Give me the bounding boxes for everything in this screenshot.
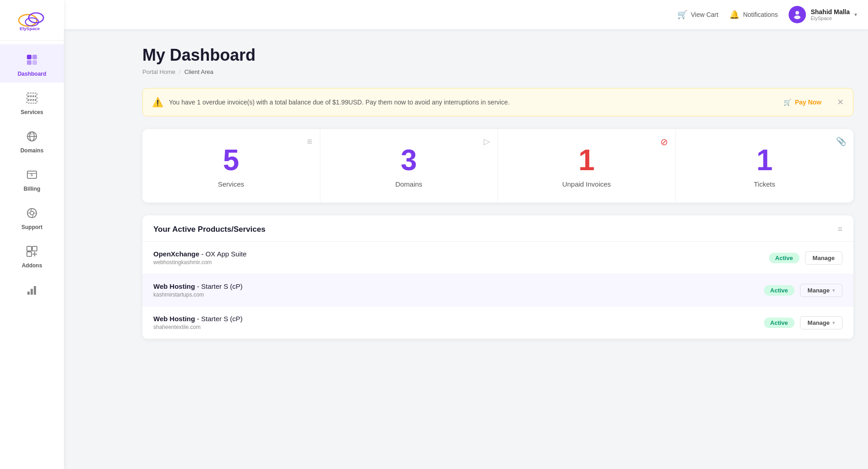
svg-point-33 — [794, 16, 800, 19]
product-actions-webhosting1: Active Manage ▾ — [764, 284, 842, 297]
product-domain-webhosting1: kashmirstartups.com — [153, 292, 243, 298]
product-name-webhosting1: Web Hosting - Starter S (cP) — [153, 282, 243, 290]
services-icon — [24, 90, 40, 106]
stat-card-domains[interactable]: ▷ 3 Domains — [320, 129, 498, 203]
stat-card-tickets[interactable]: 📎 1 Tickets — [676, 129, 854, 203]
user-info: Shahid Malla ElySpace — [810, 8, 850, 21]
stat-card-unpaid-invoices[interactable]: ⊘ 1 Unpaid Invoices — [498, 129, 676, 203]
product-domain-openxchange: webhostingkashmir.com — [153, 259, 246, 266]
product-name-openxchange: OpenXchange - OX App Suite — [153, 250, 246, 258]
svg-rect-25 — [32, 246, 37, 251]
svg-rect-29 — [27, 292, 30, 295]
tickets-label: Tickets — [754, 180, 775, 188]
sidebar-item-domains[interactable]: www Domains — [0, 121, 64, 159]
svg-rect-9 — [27, 97, 37, 99]
domains-label: Domains — [21, 147, 44, 154]
products-menu-icon[interactable]: ≡ — [837, 224, 842, 234]
manage-button-openxchange[interactable]: Manage — [805, 251, 842, 265]
services-label: Services — [218, 180, 244, 188]
services-count: 5 — [223, 146, 239, 175]
svg-point-32 — [795, 11, 799, 15]
dashboard-label: Dashboard — [18, 71, 47, 77]
addons-icon — [24, 243, 40, 260]
manage-chevron-icon: ▾ — [832, 320, 835, 325]
support-label: Support — [21, 224, 42, 230]
services-label: Services — [21, 109, 43, 115]
cart-icon: 🛒 — [677, 10, 687, 20]
breadcrumb: Portal Home / Client Area — [142, 68, 853, 75]
user-company: ElySpace — [810, 16, 850, 21]
alert-banner: ⚠️ You have 1 overdue invoice(s) with a … — [142, 88, 853, 116]
stat-card-services[interactable]: ≡ 5 Services — [142, 129, 320, 203]
pay-now-label: Pay Now — [795, 99, 821, 106]
svg-rect-6 — [27, 60, 31, 65]
svg-text:ElySpace: ElySpace — [20, 26, 40, 31]
status-badge-webhosting2: Active — [764, 318, 795, 328]
alert-warning-icon: ⚠️ — [152, 97, 163, 108]
bell-icon: 🔔 — [729, 10, 739, 20]
product-actions-openxchange: Active Manage — [769, 251, 842, 265]
svg-rect-10 — [27, 100, 37, 103]
sidebar-item-services[interactable]: Services — [0, 83, 64, 121]
product-row: Web Hosting - Starter S (cP) shaheentext… — [142, 307, 853, 339]
sidebar-logo: ElySpace — [0, 0, 64, 41]
services-stat-icon: ≡ — [307, 136, 313, 147]
sidebar-item-support[interactable]: Support — [0, 198, 64, 236]
status-badge-webhosting1: Active — [764, 285, 795, 296]
svg-rect-5 — [32, 55, 37, 59]
product-row: OpenXchange - OX App Suite webhostingkas… — [142, 242, 853, 274]
svg-rect-31 — [34, 286, 36, 295]
svg-text:www: www — [28, 132, 33, 135]
breadcrumb-separator: / — [179, 68, 181, 75]
invoices-label: Unpaid Invoices — [562, 180, 611, 188]
svg-rect-24 — [27, 246, 31, 251]
product-info-webhosting1: Web Hosting - Starter S (cP) kashmirstar… — [153, 282, 243, 298]
sidebar-item-addons[interactable]: Addons — [0, 236, 64, 274]
sidebar: ElySpace Dashboard Se — [0, 0, 64, 469]
domains-stat-icon: ▷ — [484, 136, 490, 146]
domains-count: 3 — [401, 146, 417, 175]
sidebar-item-billing[interactable]: $ Billing — [0, 159, 64, 198]
svg-rect-26 — [27, 252, 31, 256]
view-cart-label: View Cart — [691, 11, 718, 18]
products-section: Your Active Products/Services ≡ OpenXcha… — [142, 215, 853, 339]
dashboard-icon — [24, 52, 40, 68]
main-content: My Dashboard Portal Home / Client Area ⚠… — [128, 29, 868, 469]
tickets-count: 1 — [756, 146, 773, 175]
domains-label: Domains — [395, 180, 422, 188]
alert-close-button[interactable]: ✕ — [837, 97, 844, 107]
sidebar-item-reports[interactable] — [0, 274, 64, 303]
product-actions-webhosting2: Active Manage ▾ — [764, 316, 842, 329]
sidebar-item-dashboard[interactable]: Dashboard — [0, 44, 64, 83]
status-badge-openxchange: Active — [769, 253, 800, 263]
support-icon — [24, 205, 40, 221]
view-cart-button[interactable]: 🛒 View Cart — [677, 10, 718, 20]
svg-point-0 — [19, 15, 37, 26]
manage-button-webhosting1[interactable]: Manage ▾ — [800, 284, 842, 297]
pay-icon: 🛒 — [784, 99, 791, 106]
breadcrumb-client-area: Client Area — [184, 68, 214, 75]
product-info-webhosting2: Web Hosting - Starter S (cP) shaheentext… — [153, 315, 243, 330]
pay-now-button[interactable]: 🛒 Pay Now — [777, 96, 828, 109]
notifications-button[interactable]: 🔔 Notifications — [729, 10, 778, 20]
product-info-openxchange: OpenXchange - OX App Suite webhostingkas… — [153, 250, 246, 266]
billing-icon: $ — [24, 167, 40, 183]
addons-label: Addons — [22, 262, 42, 269]
svg-point-19 — [30, 211, 34, 215]
stats-row: ≡ 5 Services ▷ 3 Domains ⊘ 1 Unpaid Invo… — [142, 129, 853, 203]
svg-rect-30 — [31, 289, 33, 295]
sidebar-navigation: Dashboard Services www Domai — [0, 41, 64, 303]
breadcrumb-portal-home[interactable]: Portal Home — [142, 68, 175, 75]
invoices-count: 1 — [578, 146, 595, 175]
products-title: Your Active Products/Services — [153, 225, 266, 234]
user-menu-chevron-icon: ▾ — [854, 11, 857, 18]
products-header: Your Active Products/Services ≡ — [142, 215, 853, 242]
topbar: 🛒 View Cart 🔔 Notifications Shahid Malla… — [64, 0, 868, 29]
notifications-label: Notifications — [743, 11, 778, 18]
manage-chevron-icon: ▾ — [832, 288, 835, 293]
svg-rect-8 — [27, 93, 37, 96]
tickets-stat-icon: 📎 — [836, 136, 846, 146]
user-menu[interactable]: Shahid Malla ElySpace ▾ — [789, 6, 857, 23]
manage-button-webhosting2[interactable]: Manage ▾ — [800, 316, 842, 329]
product-name-webhosting2: Web Hosting - Starter S (cP) — [153, 315, 243, 323]
